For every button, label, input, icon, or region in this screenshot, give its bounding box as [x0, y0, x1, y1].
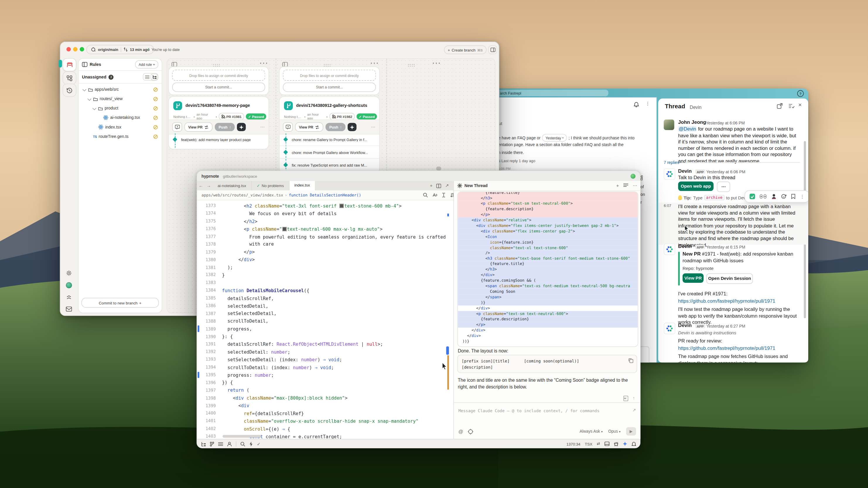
code-line-1400[interactable]: 1400 ref={detailsScrollRef} [197, 410, 450, 417]
pr-badge[interactable]: PR #1982 [329, 113, 355, 120]
new-thread-icon[interactable]: + [616, 183, 619, 188]
scroll-handle[interactable] [436, 167, 441, 170]
commit-to-new-branch-button[interactable]: Commit to new branch+ [82, 298, 159, 308]
open-devin-session-button[interactable]: Open Devin Session [706, 273, 753, 284]
expand-icon[interactable]: ↗ [445, 183, 449, 188]
tree-view-icon[interactable] [151, 73, 158, 80]
code-line-1387[interactable]: 1387 setSelectedDetail, [197, 310, 450, 317]
tab-index[interactable]: index.tsx [289, 181, 315, 191]
code-line-1374[interactable]: 1374 We focus on every bit of details [197, 209, 450, 217]
list-icon[interactable] [218, 442, 223, 446]
cursor-position[interactable]: 1370:34 [566, 442, 581, 446]
expand-input-icon[interactable]: ↗ [632, 408, 636, 413]
settings-gear-icon[interactable] [66, 270, 72, 276]
rail-branches-button[interactable] [63, 71, 76, 85]
timestamp[interactable]: Yesterday at 6:15 PM [706, 245, 745, 250]
avatar[interactable] [663, 120, 674, 130]
lane-menu-icon[interactable]: ⋯ [370, 59, 379, 66]
branch-name[interactable]: devin/1764380749-memory-page [185, 103, 264, 108]
bell-icon[interactable] [634, 102, 639, 107]
timestamp[interactable]: Yesterday at 6:27 PM [706, 324, 745, 329]
timestamp[interactable]: Yesterday at 6:06 PM [706, 169, 745, 174]
drop-zone[interactable]: Drop files to assign or commit directly [172, 70, 265, 81]
avatar[interactable] [663, 168, 675, 180]
model-select[interactable]: Opus ▾ [608, 429, 621, 434]
list-view-icon[interactable] [144, 73, 151, 80]
view-pr-button[interactable]: View PR [184, 122, 212, 132]
code-line-1383[interactable]: 1383 [197, 279, 450, 287]
zoom-window-button[interactable] [80, 47, 84, 52]
timestamp[interactable]: 6:07 [663, 204, 671, 207]
tree-item-routetree-gen-ts[interactable]: TSrouteTree.gen.ts [79, 132, 162, 141]
markdown-icon[interactable] [623, 396, 628, 401]
view-toggle[interactable] [143, 73, 158, 81]
view-pr-button[interactable]: View PR [683, 273, 704, 283]
close-window-button[interactable] [66, 47, 71, 52]
language-mode[interactable]: TSX [585, 442, 592, 446]
sparkle-icon[interactable] [623, 442, 627, 446]
search-icon[interactable] [423, 193, 428, 198]
panel-icon[interactable] [604, 442, 610, 446]
code-line-1393[interactable]: 1393 setSelectedDetail: (index: number) … [197, 356, 450, 363]
send-button[interactable]: ▶ [626, 427, 636, 435]
ci-status-badge[interactable]: ✓Passed [246, 113, 266, 120]
git-branch-icon[interactable] [210, 442, 214, 447]
replies-count[interactable]: 7 replies [663, 160, 679, 165]
ai-sparkle-icon[interactable] [348, 123, 357, 131]
tree-item-product[interactable]: product [79, 103, 162, 113]
hscrollbar-thumb[interactable] [223, 435, 261, 437]
code-line-1397[interactable]: 1397 return ( [197, 386, 450, 394]
slack-thread-link[interactable]: s Last reply 1 day ago [498, 158, 535, 163]
commit-row[interactable]: fix: resolve TypeScript errors and add r… [280, 158, 379, 171]
split-editor-icon[interactable] [436, 184, 441, 188]
diff-preview[interactable]: {feature.title} </h3> <p className="text… [457, 191, 638, 347]
nav-forward-icon[interactable]: → [205, 183, 212, 188]
code-line-1399[interactable]: 1399 <div [197, 402, 450, 410]
code-editor[interactable]: 1373 <h2 className="text-3xl font-serif … [197, 200, 450, 439]
tab-problems[interactable]: ✓No problems [252, 181, 289, 190]
symbols-icon[interactable] [432, 193, 437, 198]
lane-menu-icon[interactable]: ⋯ [259, 59, 268, 66]
tab-ai-notetaking[interactable]: ai-notetaking.tsx [213, 181, 252, 190]
breadcrumb[interactable]: apps/web/src/routes/_view/index.tsx› fun… [197, 190, 459, 200]
code-line-1373[interactable]: 1373 <h2 className="text-3xl font-serif … [197, 202, 450, 209]
rail-workspace-button[interactable] [63, 58, 76, 71]
check-icon[interactable]: ✓ [257, 442, 260, 447]
outline-icon[interactable] [201, 442, 206, 447]
code-line-1389[interactable]: 1389 progress, [197, 325, 450, 332]
tree-item-ai-notetaking-tsx[interactable]: ai-notetaking.tsx [79, 113, 162, 122]
open-web-app-button[interactable]: Open web app [678, 182, 714, 191]
context-target-icon[interactable] [468, 429, 473, 434]
code-line-1392[interactable]: 1392 selectedDetail: number; [197, 348, 450, 356]
code-line-1396[interactable]: 1396}) { [197, 379, 450, 386]
branch-name[interactable]: devin/1764380912-gallery-shortcuts [296, 103, 375, 108]
ci-status-badge[interactable]: ✓Passed [357, 113, 377, 120]
author-name[interactable]: Devin [678, 323, 692, 328]
user-icon[interactable] [227, 442, 232, 447]
rail-history-button[interactable] [63, 84, 76, 97]
copy-icon[interactable] [628, 358, 633, 363]
create-branch-button[interactable]: +Create branch⌘B [444, 45, 487, 54]
base-branch-button[interactable]: origin/main 13 min ago [86, 45, 154, 54]
branch-menu-icon[interactable]: ⋯ [260, 124, 265, 129]
add-reaction-icon[interactable] [781, 194, 787, 199]
eyes-reaction-icon[interactable] [760, 194, 767, 199]
bookmark-icon[interactable] [791, 194, 796, 199]
start-commit-button[interactable]: Start a commit... [172, 83, 265, 92]
pr-link[interactable]: https://github.com/fastrepl/hyprnote/pul… [678, 298, 800, 305]
mention-icon[interactable]: @ [458, 429, 463, 434]
code-line-1394[interactable]: 1394 scrollToDetail: (index: number) ⇒ v… [197, 363, 450, 371]
review-icon[interactable] [172, 122, 182, 132]
date-pill[interactable]: Yesterday▾ [542, 134, 567, 141]
author-name[interactable]: Devin [678, 243, 692, 249]
ai-sparkle-icon[interactable] [237, 123, 246, 131]
pr-link[interactable]: https://github.com/fastrepl/hyprnote/pul… [678, 346, 800, 352]
code-line-1375[interactable]: 1375 </h2> [197, 217, 450, 225]
more-icon[interactable]: ⋯ [633, 183, 637, 188]
permission-mode-select[interactable]: Always Ask ▾ [580, 429, 603, 434]
filter-icon[interactable] [788, 103, 795, 109]
avatar[interactable] [663, 243, 675, 255]
code-line-1395[interactable]: 1395 progress: number; [197, 371, 450, 379]
author-name[interactable]: John Jeong [678, 120, 706, 125]
code-line-1382[interactable]: 1382} [197, 271, 450, 279]
